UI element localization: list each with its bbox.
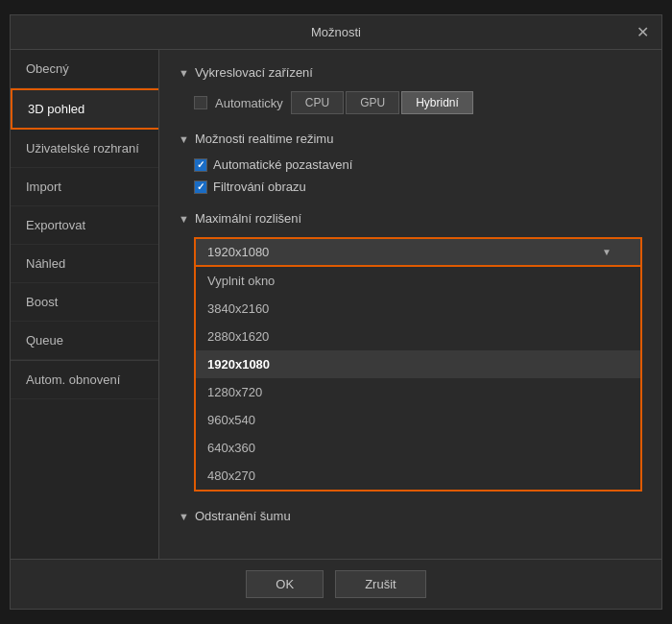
- section-noise-reduction: ▼ Odstranění šumu: [179, 509, 642, 523]
- auto-checkbox[interactable]: [194, 96, 207, 109]
- resolution-option-270p[interactable]: 480x270: [196, 462, 640, 490]
- filter-checkbox[interactable]: [194, 180, 207, 194]
- sidebar-item-queue[interactable]: Queue: [11, 322, 158, 360]
- section-noise-reduction-header: ▼ Odstranění šumu: [179, 509, 642, 523]
- auto-pause-checkbox[interactable]: [194, 158, 207, 172]
- resolution-option-2k[interactable]: 2880x1620: [196, 323, 640, 350]
- section-max-resolution-header: ▼ Maximální rozlišení: [179, 211, 642, 226]
- resolution-option-720p[interactable]: 1280x720: [196, 378, 640, 406]
- cpu-button[interactable]: CPU: [291, 91, 344, 114]
- resolution-dropdown[interactable]: 1920x1080 ▼: [194, 237, 642, 267]
- sidebar-item-exportovat[interactable]: Exportovat: [11, 206, 158, 245]
- sidebar-item-import[interactable]: Import: [11, 168, 158, 206]
- section-realtime-header: ▼ Možnosti realtime režimu: [179, 132, 642, 146]
- resolution-option-fill[interactable]: Vyplnit okno: [196, 267, 640, 295]
- sidebar: Obecný 3D pohled Uživatelské rozhraní Im…: [11, 50, 159, 559]
- close-button[interactable]: ✕: [631, 21, 654, 44]
- cancel-button[interactable]: Zrušit: [335, 570, 426, 598]
- resolution-dropdown-list: Vyplnit okno 3840x2160 2880x1620 1920x10…: [194, 267, 642, 492]
- content-area: Obecný 3D pohled Uživatelské rozhraní Im…: [11, 50, 661, 559]
- sidebar-item-3d-pohled[interactable]: 3D pohled: [11, 88, 158, 130]
- section-arrow-render: ▼: [179, 67, 189, 79]
- render-device-controls: Automaticky CPU GPU Hybridní: [194, 91, 642, 114]
- title-bar: Možnosti ✕: [11, 15, 661, 50]
- dialog-title: Možnosti: [311, 25, 361, 39]
- sidebar-item-uzivatelske-rozhrani[interactable]: Uživatelské rozhraní: [11, 130, 158, 168]
- resolution-option-4k[interactable]: 3840x2160: [196, 295, 640, 323]
- section-arrow-realtime: ▼: [179, 133, 189, 145]
- resolution-dropdown-container: 1920x1080 ▼ Vyplnit okno 3840x2160 2880x…: [194, 237, 642, 492]
- resolution-option-360p[interactable]: 640x360: [196, 434, 640, 462]
- auto-label: Automaticky: [215, 96, 283, 110]
- footer: OK Zrušit: [11, 559, 661, 609]
- filter-item: Filtrování obrazu: [194, 180, 642, 194]
- dropdown-arrow-icon: ▼: [602, 247, 612, 257]
- section-render-device-header: ▼ Vykreslovací zařízení: [179, 65, 642, 80]
- device-btn-group: CPU GPU Hybridní: [291, 91, 473, 114]
- section-render-device: ▼ Vykreslovací zařízení Automaticky CPU …: [179, 65, 642, 114]
- auto-pause-item: Automatické pozastavení: [194, 157, 642, 172]
- sidebar-item-nahled[interactable]: Náhled: [11, 245, 158, 283]
- section-arrow-resolution: ▼: [179, 213, 189, 225]
- section-realtime: ▼ Možnosti realtime režimu Automatické p…: [179, 132, 642, 194]
- section-max-resolution: ▼ Maximální rozlišení 1920x1080 ▼ Vyplni…: [179, 211, 642, 492]
- main-panel: ▼ Vykreslovací zařízení Automaticky CPU …: [159, 50, 661, 559]
- resolution-selected-value: 1920x1080: [207, 245, 269, 259]
- resolution-option-540p[interactable]: 960x540: [196, 406, 640, 434]
- gpu-button[interactable]: GPU: [346, 91, 399, 114]
- resolution-option-1080p[interactable]: 1920x1080: [196, 350, 640, 378]
- sidebar-item-boost[interactable]: Boost: [11, 283, 158, 322]
- sidebar-item-obecny[interactable]: Obecný: [11, 50, 158, 88]
- sidebar-item-autom-obnoveni[interactable]: Autom. obnovení: [11, 361, 158, 399]
- dialog: Možnosti ✕ Obecný 3D pohled Uživatelské …: [10, 14, 662, 610]
- hybridni-button[interactable]: Hybridní: [401, 91, 473, 114]
- ok-button[interactable]: OK: [246, 570, 324, 598]
- section-arrow-noise: ▼: [179, 511, 189, 522]
